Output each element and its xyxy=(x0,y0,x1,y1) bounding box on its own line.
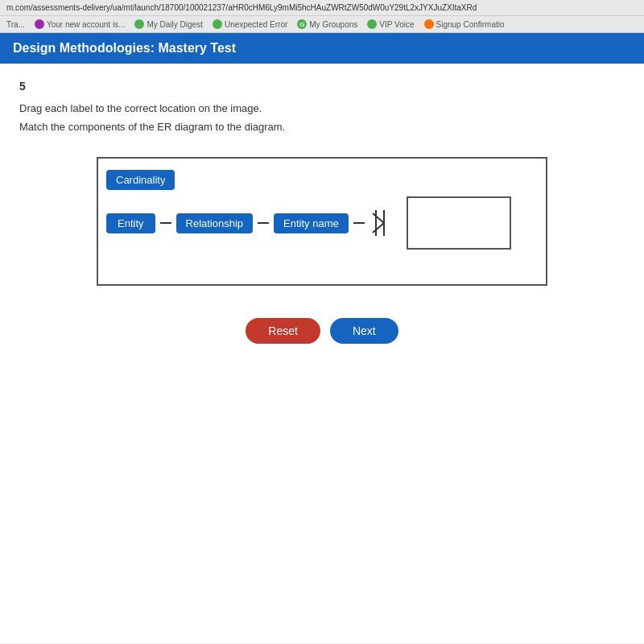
tab-groupons[interactable]: G My Groupons xyxy=(297,19,357,29)
tab-vip[interactable]: VIP Voice xyxy=(367,19,414,29)
entity-name-label[interactable]: Entity name xyxy=(274,213,349,233)
diagram-area: Cardinality Entity Relationship Entity n… xyxy=(19,157,625,286)
tab-error[interactable]: Unexpected Error xyxy=(213,19,287,29)
diagram-container: Cardinality Entity Relationship Entity n… xyxy=(97,157,547,286)
tab-tra-label: Tra... xyxy=(6,20,25,29)
tab-digest-label: My Daily Digest xyxy=(147,20,202,29)
tab-signup-label: Signup Confirmatio xyxy=(436,20,505,29)
tab-bar: Tra... Your new account is... My Daily D… xyxy=(0,16,644,33)
connector3 xyxy=(353,222,365,224)
relationship-label[interactable]: Relationship xyxy=(176,213,254,233)
cardinality-symbol-svg xyxy=(369,208,398,237)
buttons-row: Reset Next xyxy=(19,318,625,344)
instruction1: Drag each label to the correct location … xyxy=(19,102,625,114)
tab-signup-icon xyxy=(424,19,434,29)
next-button[interactable]: Next xyxy=(330,318,398,344)
browser-url: m.com/assessments-delivery/ua/mt/launch/… xyxy=(0,0,644,16)
tab-account[interactable]: Your new account is... xyxy=(35,19,125,29)
entity-label[interactable]: Entity xyxy=(106,213,155,233)
tab-groupons-icon: G xyxy=(297,19,307,29)
tab-digest[interactable]: My Daily Digest xyxy=(134,19,202,29)
tab-account-icon xyxy=(35,19,44,29)
diagram-top-row: Cardinality xyxy=(106,167,538,193)
svg-line-2 xyxy=(373,223,384,233)
connector1 xyxy=(160,222,171,224)
instruction2: Match the components of the ER diagram t… xyxy=(19,121,625,133)
cardinality-label[interactable]: Cardinality xyxy=(106,170,175,190)
tab-error-label: Unexpected Error xyxy=(225,20,287,29)
diagram-bottom-row: Entity Relationship Entity name xyxy=(106,193,538,253)
question-number: 5 xyxy=(19,80,625,93)
header-title: Design Methodologies: Mastery Test xyxy=(13,41,236,55)
page-content: 5 Drag each label to the correct locatio… xyxy=(0,64,644,643)
tab-digest-icon xyxy=(134,19,144,29)
right-box xyxy=(407,196,511,250)
white-circle-decoration xyxy=(19,427,52,459)
app-header: Design Methodologies: Mastery Test xyxy=(0,33,644,64)
svg-line-1 xyxy=(373,213,384,223)
tab-groupons-label: My Groupons xyxy=(309,20,357,29)
tab-error-icon xyxy=(213,19,222,29)
tab-vip-icon xyxy=(367,19,377,29)
tab-tra[interactable]: Tra... xyxy=(6,20,25,29)
tab-signup[interactable]: Signup Confirmatio xyxy=(424,19,505,29)
connector2 xyxy=(258,222,269,224)
reset-button[interactable]: Reset xyxy=(246,318,320,344)
tab-account-label: Your new account is... xyxy=(47,20,125,29)
tab-vip-label: VIP Voice xyxy=(379,20,414,29)
